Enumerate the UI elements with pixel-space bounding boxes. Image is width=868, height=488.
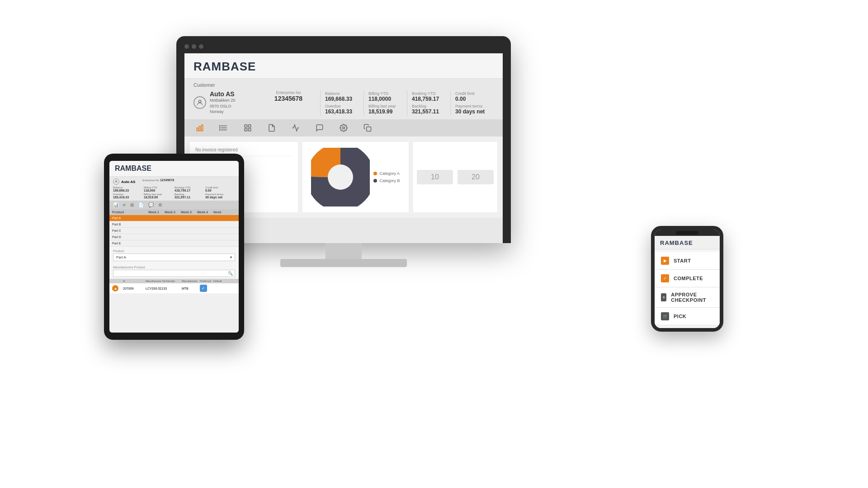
tablet-col-week4: Week 4 [197,211,213,214]
svg-rect-15 [367,127,371,131]
tablet-nav: 📊 ≡ ⊞ 📄 💬 ⚙ [109,201,239,209]
stat-payment-terms-label: Payment terms [455,104,489,108]
tablet-col-week1: Week 1 [148,211,165,214]
stat-balance-value: 169,668.33 [325,96,359,102]
nav-tab-chart[interactable] [193,123,206,133]
tablet-nav-grid-icon[interactable]: ⊞ [130,202,134,207]
tablet-customer-section: Auto AS Enterprise No 12345678 Balance 1… [109,177,239,201]
monitor-dot-1 [184,44,189,49]
tablet-btcol-mf: Manufacturer [182,280,200,282]
tablet-nav-chart-icon[interactable]: 📊 [113,202,118,207]
customer-section-label: Customer [193,82,494,88]
customer-avatar [193,96,206,109]
tablet-search-box[interactable]: 🔍 [113,270,235,277]
tablet-bottom-row[interactable]: ◉ 207009 LCY200-52133 MTB ✓ [109,283,239,293]
nav-tab-grid[interactable] [241,123,254,133]
phone-menu-item-start[interactable]: ▶ START [655,252,720,270]
app-header: RAMBASE [184,53,503,79]
stat-overdue: Overdue 163,418.33 [320,103,363,116]
right-panel-top: 10 20 [413,142,497,212]
tablet-customer-row: Auto AS Enterprise No 12345678 [113,178,235,185]
tablet-row-preferred-check: ✓ [200,285,207,292]
tablet-nav-chat-icon[interactable]: 💬 [148,202,154,207]
phone-app-header: RAMBASE [655,236,720,249]
tablet-row-part-d[interactable]: Part D [109,234,239,240]
phone-menu: ▶ START ✓ COMPLETE ≡ APPROVE CHECKPOINT … [655,249,720,328]
phone-menu-label-approve: APPROVE CHECKPOINT [671,292,713,303]
tablet-stats-grid: Balance 169,668.33 Billing YTD 118,000 B… [113,186,235,199]
nav-tab-linechart[interactable] [289,123,302,133]
tablet-row-part-a-label: Part A [112,216,148,220]
stat-balance-label: Balance [325,91,359,96]
tablet-row-part-b-label: Part B [112,223,148,226]
tablet-stat-balance: Balance 169,668.33 [113,186,143,192]
tablet-btcol-default: Default [213,280,227,282]
chart-legend: Category A Category B [373,171,400,183]
monitor-base [280,259,407,267]
monitor-dot-2 [192,44,196,49]
nav-tab-settings[interactable] [337,123,350,133]
phone-frame: RAMBASE ▶ START ✓ COMPLETE ≡ APPROVE CHE… [651,226,723,332]
tablet-enterprise: Enterprise No 12345678 [142,178,174,182]
svg-point-18 [328,164,353,190]
tablet-row-part-c[interactable]: Part C [109,228,239,234]
stat-balance: Balance 169,668.33 [320,90,363,103]
phone-menu-item-approve[interactable]: ≡ APPROVE CHECKPOINT [655,287,720,308]
legend-label-dark: Category B [379,178,400,183]
tablet-row-part-d-label: Part D [112,235,148,239]
tablet-screen: RAMBASE Auto AS [109,161,239,333]
enterprise-label: Enterprise No [266,90,311,95]
tablet-stat-credit-val: 0.00 [205,189,235,192]
enterprise-block: Enterprise No 12345678 [266,90,311,102]
customer-icon-name: Auto AS Motbakken 25 0570 OSLO Norway [193,90,257,115]
monitor-neck [326,243,362,259]
scene: RAMBASE Customer [0,0,868,488]
phone: RAMBASE ▶ START ✓ COMPLETE ≡ APPROVE CHE… [651,226,723,332]
tablet-btcol-id: id [123,280,146,282]
phone-notch [655,230,720,236]
stat-billing-last-year-value: 18,519.99 [368,108,402,115]
tablet-nav-list-icon[interactable]: ≡ [123,202,126,207]
svg-point-7 [219,126,220,127]
tablet-stat-overdue-val: 163,418.33 [113,196,143,199]
nav-tab-copy[interactable] [361,123,374,133]
tablet-nav-settings-icon[interactable]: ⚙ [158,202,162,207]
tablet-frame: RAMBASE Auto AS [104,154,244,340]
legend-dot-dark [373,179,377,183]
dashboard-middle: Category A Category B [302,142,409,212]
number-box-10: 10 [417,170,453,184]
svg-rect-2 [199,126,201,131]
phone-menu-label-start: START [674,258,691,263]
app-logo: RAMBASE [193,60,494,74]
phone-menu-item-complete[interactable]: ✓ COMPLETE [655,270,720,287]
stat-backlog: Backlog 321,557.11 [407,103,450,116]
tablet-product-value: Part A [116,255,126,259]
nav-tab-list[interactable] [217,123,230,133]
phone-menu-item-pick[interactable]: 🛒 PICK [655,308,720,325]
monitor-dots [184,44,503,49]
tablet-row-part-b[interactable]: Part B [109,221,239,228]
tablet-stat-billing-ly: Billing last year 18,519.99 [144,193,174,199]
search-icon: 🔍 [228,271,233,276]
stat-overdue-value: 163,418.33 [325,108,359,115]
tablet-row-mfno: LCY200-52133 [146,287,182,290]
tablet-table-header: Product Week 1 Week 2 Week 3 Week 4 Need [109,209,239,215]
stat-billing-ytd: Billing YTD 118,0000 [363,90,407,103]
tablet-product-select[interactable]: Part A ▾ [113,253,235,261]
svg-rect-1 [197,128,198,131]
tablet-row-part-a[interactable]: Part A [109,215,239,221]
tablet-row-part-e[interactable]: Part E [109,240,239,247]
svg-point-14 [343,127,345,129]
svg-point-19 [116,180,117,182]
stat-overdue-label: Overdue [325,104,359,108]
chevron-down-icon: ▾ [230,255,232,259]
nav-tab-chat[interactable] [313,123,326,133]
tablet-nav-doc-icon[interactable]: 📄 [138,202,144,207]
stat-billing-last-year: Billing last year 18,519.99 [363,103,407,116]
tablet-btcol-icon [112,280,123,282]
monitor-dot-3 [199,44,203,49]
tablet-customer-icon [113,178,119,185]
nav-tab-doc[interactable] [265,123,278,133]
svg-point-8 [219,127,220,128]
tablet-btcol-mfno: Manufacturer No/Vendor [146,280,182,282]
